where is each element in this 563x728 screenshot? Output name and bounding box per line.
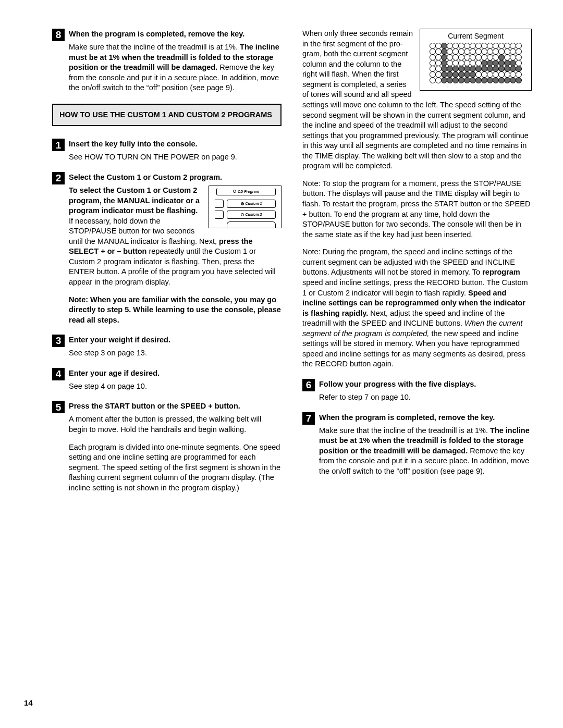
- step-7-header: 7 When the program is completed, remove …: [302, 412, 532, 425]
- step-5-body: A moment after the button is pressed, th…: [69, 414, 282, 493]
- step-2-title: Select the Custom 1 or Custom 2 program.: [69, 172, 222, 183]
- step-1-text: See HOW TO TURN ON THE POWER on page 9.: [69, 152, 282, 163]
- step-3-body: See step 3 on page 13.: [69, 348, 282, 359]
- step-4-title: Enter your age if desired.: [69, 368, 160, 379]
- right-p3: Note: During the program, the speed and …: [302, 247, 532, 369]
- step-2-p2: Note: When you are familiar with the con…: [69, 295, 282, 326]
- step-3-title: Enter your weight if desired.: [69, 335, 170, 346]
- step-6-header: 6 Follow your progress with the five dis…: [302, 379, 532, 391]
- console-top-label: CD Program: [216, 188, 276, 195]
- left-column: 8 When the program is completed, remove …: [52, 29, 282, 502]
- step-number-2: 2: [52, 172, 65, 184]
- step-number-1: 1: [52, 139, 65, 151]
- step-8-body: Make sure that the incline of the treadm…: [69, 42, 282, 93]
- step-number-6: 6: [302, 379, 315, 391]
- step-8-text: Make sure that the incline of the treadm…: [69, 42, 282, 93]
- segment-marker-line: [447, 41, 447, 88]
- step-3-header: 3 Enter your weight if desired.: [52, 335, 282, 347]
- step-7-body: Make sure that the incline of the treadm…: [319, 426, 532, 477]
- step-4-header: 4 Enter your age if desired.: [52, 368, 282, 380]
- step-4-text: See step 4 on page 10.: [69, 381, 282, 392]
- step-number-8: 8: [52, 29, 65, 41]
- step-5-title: Press the START button or the SPEED + bu…: [69, 401, 240, 412]
- step-5-header: 5 Press the START button or the SPEED + …: [52, 401, 282, 413]
- step-5-p2: Each program is divided into one-minute …: [69, 442, 282, 493]
- segment-title: Current Segment: [423, 31, 528, 41]
- step-number-3: 3: [52, 335, 65, 347]
- step-1-title: Insert the key fully into the console.: [69, 139, 198, 150]
- segment-grid-icon: [430, 43, 522, 83]
- right-body: Current Segment When only three seconds …: [302, 29, 532, 369]
- page-number: 14: [24, 698, 33, 708]
- step-6-body: Refer to step 7 on page 10.: [319, 392, 532, 403]
- step-7-title: When the program is completed, remove th…: [319, 412, 495, 423]
- console-illustration: CD Program Custom 1 Custom 2: [209, 186, 282, 228]
- step-8-title: When the program is completed, remove th…: [69, 29, 244, 40]
- step-4-body: See step 4 on page 10.: [69, 381, 282, 392]
- step-5-p1: A moment after the button is pressed, th…: [69, 414, 282, 435]
- console-left-tab-2: [215, 211, 224, 219]
- step-number-7: 7: [302, 412, 315, 425]
- step-2-header: 2 Select the Custom 1 or Custom 2 progra…: [52, 172, 282, 184]
- step-1-body: See HOW TO TURN ON THE POWER on page 9.: [69, 152, 282, 163]
- step-number-5: 5: [52, 401, 65, 413]
- right-column: Current Segment When only three seconds …: [302, 29, 532, 502]
- console-bottom-shape: [227, 221, 276, 228]
- indicator-dot-icon: [241, 213, 244, 216]
- indicator-dot-icon: [233, 190, 236, 193]
- console-left-tab-1: [215, 200, 224, 208]
- section-heading: HOW TO USE THE CUSTOM 1 AND CUSTOM 2 PRO…: [52, 104, 282, 127]
- segment-illustration: Current Segment: [420, 29, 532, 91]
- step-2-body: CD Program Custom 1 Custom 2 To select t…: [69, 186, 282, 325]
- step-6-text: Refer to step 7 on page 10.: [319, 392, 532, 403]
- step-3-text: See step 3 on page 13.: [69, 348, 282, 359]
- indicator-dot-filled-icon: [241, 202, 244, 205]
- step-7-text: Make sure that the incline of the treadm…: [319, 426, 532, 477]
- console-custom1: Custom 1: [227, 200, 276, 208]
- right-p2: Note: To stop the program for a moment, …: [302, 179, 532, 240]
- two-column-layout: 8 When the program is completed, remove …: [52, 29, 532, 502]
- step-8-header: 8 When the program is completed, remove …: [52, 29, 282, 41]
- step-1-header: 1 Insert the key fully into the console.: [52, 139, 282, 151]
- step-6-title: Follow your progress with the five displ…: [319, 379, 476, 390]
- console-custom2: Custom 2: [227, 211, 276, 219]
- step-number-4: 4: [52, 368, 65, 380]
